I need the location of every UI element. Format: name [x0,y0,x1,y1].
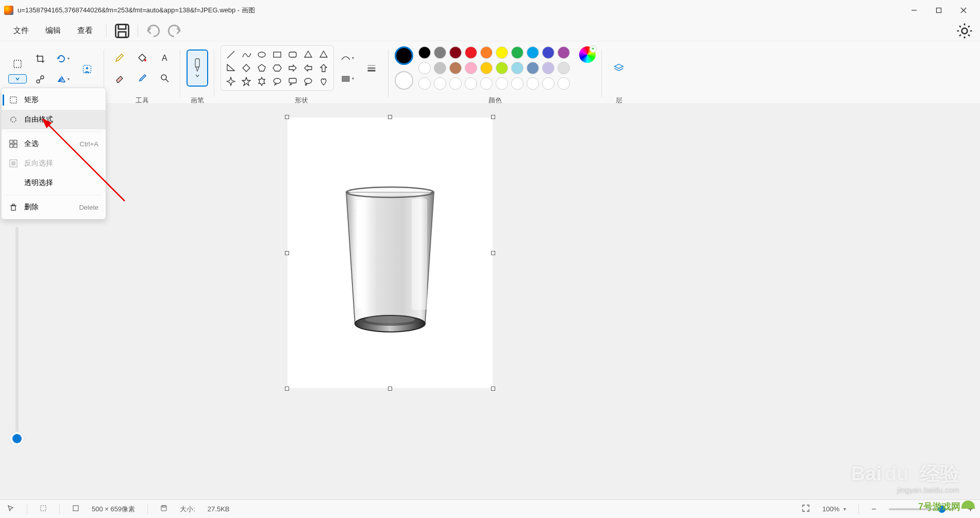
color-swatch[interactable] [480,46,493,59]
menu-select-all[interactable]: 全选 Ctrl+A [2,134,106,154]
remove-background-button[interactable] [76,55,98,83]
shape-star5[interactable] [240,76,253,87]
resize-handle[interactable] [285,115,289,119]
shape-rect[interactable] [271,49,284,60]
color-swatch[interactable] [557,62,570,74]
color-swatch[interactable] [480,62,493,74]
color-swatch[interactable] [449,77,462,90]
color-swatch[interactable] [511,77,523,90]
color-secondary[interactable] [395,71,413,90]
color-swatch[interactable] [418,46,431,59]
shape-right-triangle[interactable] [224,62,238,74]
resize-handle[interactable] [388,387,392,391]
text-tool[interactable]: A [156,49,174,66]
maximize-button[interactable] [926,2,951,19]
resize-handle[interactable] [285,251,289,255]
color-swatch[interactable] [418,77,431,90]
color-primary[interactable] [395,46,413,65]
color-swatch[interactable] [465,62,477,74]
shape-arrow-right[interactable] [286,62,299,74]
color-swatch[interactable] [434,46,446,59]
color-swatch[interactable] [542,77,554,90]
color-swatch[interactable] [496,62,508,74]
redo-button[interactable] [165,23,183,39]
zoom-dropdown-icon[interactable]: ▾ [843,506,846,512]
resize-handle[interactable] [491,387,495,391]
resize-handle[interactable] [491,115,495,119]
color-swatch[interactable] [449,46,462,59]
resize-handle[interactable] [285,387,289,391]
shape-arrow-left[interactable] [301,62,315,74]
pencil-tool[interactable] [110,49,129,66]
color-swatch[interactable] [527,62,539,74]
shape-diamond[interactable] [240,62,253,74]
shape-polygon[interactable] [301,49,315,60]
shape-heart[interactable] [317,76,330,87]
canvas-area[interactable] [0,103,980,499]
select-tool[interactable] [8,55,27,73]
shape-callout-round[interactable] [271,76,284,87]
color-swatch[interactable] [527,46,539,59]
shape-callout-cloud[interactable] [301,76,315,87]
save-button[interactable] [113,23,131,39]
settings-button[interactable] [955,23,974,39]
undo-button[interactable] [144,23,163,39]
color-swatch[interactable] [557,46,570,59]
shapes-gallery[interactable] [221,45,334,91]
shape-callout-rect[interactable] [286,76,299,87]
color-swatch[interactable] [434,77,446,90]
canvas[interactable] [288,118,493,388]
shape-star6[interactable] [255,76,268,87]
color-swatch[interactable] [527,77,539,90]
layers-button[interactable] [608,54,630,82]
menu-freeform-select[interactable]: 自由格式 [2,110,106,129]
fill-tool[interactable] [133,49,151,66]
zoom-slider-vertical[interactable] [15,227,19,443]
zoom-slider-horizontal[interactable] [889,508,956,510]
shape-triangle[interactable] [317,49,330,60]
rotate-button[interactable]: ▾ [54,51,72,67]
zoom-in-button[interactable]: + [968,505,973,514]
menu-file[interactable]: 文件 [6,23,36,39]
color-swatch[interactable] [434,62,446,74]
menu-view[interactable]: 查看 [70,23,100,39]
color-swatch[interactable] [542,62,554,74]
shape-curve[interactable] [240,49,253,60]
menu-delete[interactable]: 删除 Delete [2,197,106,217]
zoom-out-button[interactable]: − [871,505,876,514]
shape-pentagon[interactable] [255,62,268,74]
color-swatch[interactable] [496,46,508,59]
stroke-width-button[interactable] [361,54,382,82]
brush-tool[interactable] [187,49,208,87]
close-button[interactable] [951,2,976,19]
resize-button[interactable] [31,71,49,88]
select-dropdown[interactable] [8,74,27,83]
color-swatch[interactable] [449,62,462,74]
color-swatch[interactable] [511,62,523,74]
shape-roundrect[interactable] [286,49,299,60]
color-picker-tool[interactable] [133,70,151,87]
minimize-button[interactable] [902,2,926,19]
menu-edit[interactable]: 编辑 [38,23,68,39]
crop-button[interactable] [31,51,49,67]
shape-arrow-up[interactable] [317,62,330,74]
zoom-slider-thumb[interactable] [938,506,945,513]
color-swatch[interactable] [465,77,477,90]
color-swatch[interactable] [418,62,431,74]
menu-rectangle-select[interactable]: 矩形 [2,90,106,110]
eraser-tool[interactable] [110,70,129,87]
resize-handle[interactable] [388,115,392,119]
shape-hexagon[interactable] [271,62,284,74]
color-swatch[interactable] [480,77,493,90]
color-swatch[interactable] [557,77,570,90]
color-swatch[interactable] [542,46,554,59]
edit-colors-button[interactable] [579,46,596,63]
zoom-thumb[interactable] [12,434,22,443]
shape-outline-button[interactable]: ▾ [338,49,357,66]
color-swatch[interactable] [465,46,477,59]
flip-button[interactable]: ▾ [54,71,72,88]
magnifier-tool[interactable] [156,70,174,87]
color-swatch[interactable] [496,77,508,90]
resize-handle[interactable] [491,251,495,255]
shape-oval[interactable] [255,49,268,60]
